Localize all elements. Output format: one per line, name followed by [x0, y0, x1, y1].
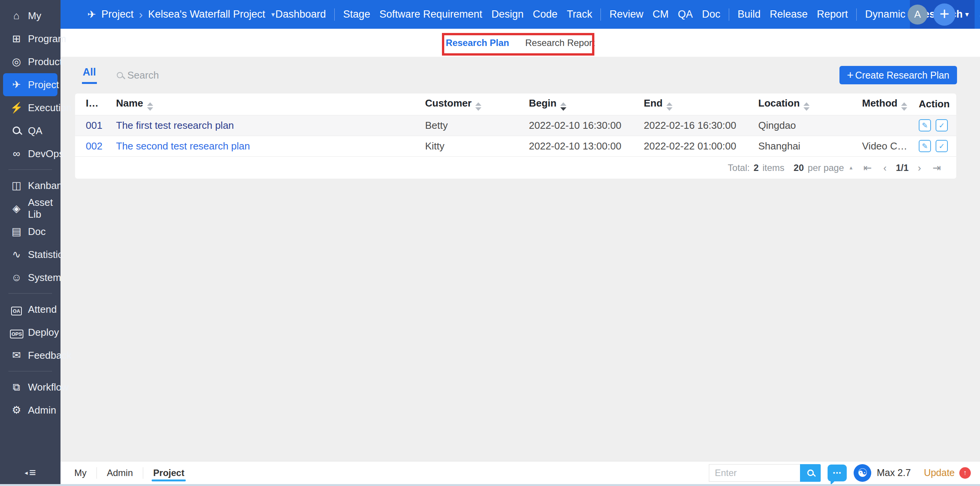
- nav-stage[interactable]: Stage: [339, 0, 375, 29]
- sidebar-item-workflow[interactable]: ⧉ Workflow: [3, 376, 57, 399]
- nav-dynamic[interactable]: Dynamic: [861, 0, 910, 29]
- cell-begin: 2022-02-10 16:30:00: [518, 115, 633, 136]
- home-icon: ⌂: [10, 11, 23, 21]
- tab-research-report[interactable]: Research Report: [525, 38, 595, 48]
- sidebar-item-label: Deploy: [28, 327, 59, 338]
- pager-next-button[interactable]: ›: [914, 163, 925, 173]
- sidebar-item-label: Execution: [28, 102, 72, 114]
- column-header-method[interactable]: Method: [851, 94, 908, 115]
- sidebar-item-kanban[interactable]: ◫ Kanban: [3, 174, 57, 197]
- nav-design[interactable]: Design: [487, 0, 528, 29]
- breadcrumb-app[interactable]: Project: [101, 8, 134, 20]
- sidebar-item-qa[interactable]: QA: [3, 119, 57, 142]
- sort-icon: [147, 102, 153, 111]
- caret-down-icon: ▾: [965, 10, 969, 18]
- cell-method: [851, 115, 908, 136]
- per-page-count[interactable]: 20: [793, 163, 804, 173]
- zentao-logo-icon[interactable]: ☯: [854, 464, 871, 482]
- edit-icon[interactable]: ✎: [919, 119, 931, 131]
- sidebar-item-product[interactable]: ◎ Product: [3, 50, 57, 73]
- sidebar-item-deploy[interactable]: OPS Deploy: [3, 321, 57, 344]
- nav-report[interactable]: Report: [812, 0, 852, 29]
- sidebar-item-execution[interactable]: ⚡ Execution: [3, 96, 57, 119]
- sidebar-item-label: Doc: [28, 226, 46, 238]
- sort-icon: [100, 102, 105, 111]
- search-icon: [807, 470, 814, 476]
- pager-prev-button[interactable]: ‹: [879, 163, 890, 173]
- bottom-tab-my[interactable]: My: [73, 461, 88, 484]
- sidebar-item-my[interactable]: ⌂ My: [3, 4, 57, 27]
- plan-name-link[interactable]: The first test research plan: [116, 120, 234, 131]
- sidebar-item-label: Kanban: [28, 180, 62, 192]
- sidebar-item-doc[interactable]: ▤ Doc: [3, 220, 57, 243]
- clipboard-check-icon[interactable]: ✓: [936, 119, 948, 131]
- sidebar-item-statistic[interactable]: ∿ Statistic: [3, 243, 57, 266]
- pager-first-button[interactable]: ⇤: [860, 163, 876, 173]
- breadcrumb: ✈ Project › Kelsea's Waterfall Project ▾: [87, 8, 275, 21]
- plan-id-link[interactable]: 002: [86, 140, 102, 152]
- cell-id: 001: [75, 115, 105, 136]
- create-research-plan-button[interactable]: + Create Research Plan: [839, 66, 957, 84]
- quick-search-input[interactable]: [709, 464, 800, 482]
- cell-id: 002: [75, 136, 105, 156]
- research-plan-table: ID Name Customer Begin End Loc: [75, 94, 956, 156]
- column-header-id[interactable]: ID: [75, 94, 105, 115]
- filter-tab-all[interactable]: All: [82, 66, 97, 84]
- nav-code[interactable]: Code: [528, 0, 562, 29]
- sidebar-item-devops[interactable]: ∞ DevOps: [3, 142, 57, 165]
- pager-last-button[interactable]: ⇥: [929, 163, 945, 173]
- sidebar-item-attend[interactable]: OA Attend: [3, 298, 57, 321]
- list-toolbar: All + Create Research Plan: [61, 57, 980, 84]
- column-header-end[interactable]: End: [633, 94, 748, 115]
- update-badge-icon[interactable]: ↑: [959, 467, 971, 479]
- column-header-location[interactable]: Location: [748, 94, 851, 115]
- chat-icon[interactable]: •••: [828, 465, 847, 481]
- search-input[interactable]: [128, 69, 242, 81]
- nav-track[interactable]: Track: [562, 0, 597, 29]
- breadcrumb-project[interactable]: Kelsea's Waterfall Project: [148, 8, 265, 20]
- column-header-name[interactable]: Name: [105, 94, 414, 115]
- nav-release[interactable]: Release: [765, 0, 812, 29]
- cell-name: The first test research plan: [105, 115, 414, 136]
- sidebar-divider: [8, 293, 52, 294]
- total-count: 2: [754, 163, 759, 173]
- per-page-label[interactable]: per page: [808, 163, 844, 173]
- tab-research-plan[interactable]: Research Plan: [446, 38, 509, 48]
- global-add-button[interactable]: +: [933, 3, 955, 26]
- avatar[interactable]: A: [908, 5, 928, 25]
- chart-icon: ∿: [10, 250, 23, 260]
- sidebar-collapse-button[interactable]: ◂ ≡: [0, 459, 61, 486]
- nav-dashboard[interactable]: Dashboard: [271, 0, 330, 29]
- runner-icon: ⚡: [10, 103, 23, 113]
- sidebar-item-feedback[interactable]: ✉ Feedback: [3, 344, 57, 367]
- sidebar-item-asset-lib[interactable]: ◈ Asset Lib: [3, 197, 57, 220]
- bottom-tab-project[interactable]: Project: [152, 461, 186, 484]
- cell-end: 2022-02-22 01:00:00: [633, 136, 748, 156]
- sidebar-item-admin[interactable]: ⚙ Admin: [3, 399, 57, 422]
- nav-software-requirement[interactable]: Software Requirement: [375, 0, 487, 29]
- bottom-tab-admin[interactable]: Admin: [105, 461, 134, 484]
- column-header-begin[interactable]: Begin: [518, 94, 633, 115]
- nav-settings[interactable]: Settings: [975, 0, 980, 29]
- edit-icon[interactable]: ✎: [919, 140, 931, 152]
- nav-qa[interactable]: QA: [673, 0, 697, 29]
- plan-name-link[interactable]: The second test research plan: [116, 140, 250, 152]
- nav-cm[interactable]: CM: [648, 0, 673, 29]
- plan-id-link[interactable]: 001: [86, 120, 102, 131]
- nav-build[interactable]: Build: [733, 0, 765, 29]
- update-link[interactable]: Update: [924, 467, 955, 478]
- sidebar-divider: [8, 371, 52, 371]
- nav-separator: [729, 8, 729, 21]
- quick-search-button[interactable]: [800, 464, 821, 482]
- sidebar-item-program[interactable]: ⊞ Program: [3, 27, 57, 50]
- per-page-dropdown-icon[interactable]: ▲: [849, 165, 854, 171]
- sidebar-item-system[interactable]: ☺ System: [3, 266, 57, 289]
- nav-separator: [856, 8, 857, 21]
- nav-review[interactable]: Review: [605, 0, 648, 29]
- nav-doc[interactable]: Doc: [697, 0, 725, 29]
- column-header-customer[interactable]: Customer: [414, 94, 518, 115]
- clipboard-check-icon[interactable]: ✓: [936, 140, 948, 152]
- pager-current-page: 1/1: [894, 163, 910, 173]
- sidebar-item-project[interactable]: ✈ Project: [3, 73, 57, 96]
- sort-icon: [901, 102, 907, 111]
